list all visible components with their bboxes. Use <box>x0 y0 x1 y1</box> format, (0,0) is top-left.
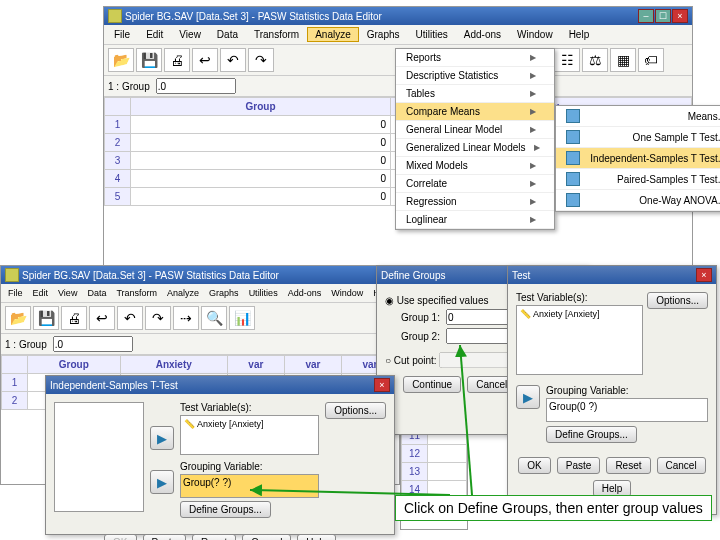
menu-item-general-linear-model[interactable]: General Linear Model▶ <box>396 121 554 139</box>
menu-item-correlate[interactable]: Correlate▶ <box>396 175 554 193</box>
close-button[interactable]: × <box>374 378 390 392</box>
cases-icon[interactable]: ☷ <box>554 48 580 72</box>
row-header[interactable]: 2 <box>105 134 131 152</box>
row-header[interactable]: 12 <box>402 445 428 463</box>
menu-analyze[interactable]: Analyze <box>162 286 204 300</box>
options-button[interactable]: Options... <box>325 402 386 419</box>
submenu-item-means-[interactable]: Means... <box>556 106 720 127</box>
menu-graphs[interactable]: Graphs <box>359 27 408 42</box>
groupvar-field[interactable]: Group(0 ?) <box>546 398 708 422</box>
define-groups-button[interactable]: Define Groups... <box>180 501 271 518</box>
redo-icon[interactable]: ↷ <box>248 48 274 72</box>
submenu-item-paired-samples-t-test-[interactable]: Paired-Samples T Test... <box>556 169 720 190</box>
row-header[interactable]: 2 <box>2 392 28 410</box>
maximize-button[interactable]: ☐ <box>655 9 671 23</box>
cell-value-input[interactable] <box>156 78 236 94</box>
save-icon[interactable]: 💾 <box>33 306 59 330</box>
value-labels-icon[interactable]: 🏷 <box>638 48 664 72</box>
menu-item-compare-means[interactable]: Compare Means▶ <box>396 103 554 121</box>
paste-button[interactable]: Paste <box>557 457 601 474</box>
reset-button[interactable]: Reset <box>192 534 236 540</box>
move-to-groupvar-button[interactable]: ▶ <box>150 470 174 494</box>
menu-graphs[interactable]: Graphs <box>204 286 244 300</box>
row-header[interactable]: 1 <box>2 374 28 392</box>
ok-button[interactable]: OK <box>518 457 550 474</box>
source-vars-list[interactable] <box>54 402 144 512</box>
menu-item-descriptive-statistics[interactable]: Descriptive Statistics▶ <box>396 67 554 85</box>
move-to-testvar-button[interactable]: ▶ <box>150 426 174 450</box>
col-anxiety[interactable]: Anxiety <box>120 356 227 374</box>
paste-button[interactable]: Paste <box>143 534 187 540</box>
row-header[interactable]: 1 <box>105 116 131 134</box>
menu-item-mixed-models[interactable]: Mixed Models▶ <box>396 157 554 175</box>
variables-icon[interactable]: ▦ <box>610 48 636 72</box>
define-groups-button[interactable]: Define Groups... <box>546 426 637 443</box>
menu-window[interactable]: Window <box>326 286 368 300</box>
undo-icon[interactable]: ↶ <box>220 48 246 72</box>
help-button[interactable]: Help <box>297 534 336 540</box>
menu-file[interactable]: File <box>3 286 28 300</box>
menu-edit[interactable]: Edit <box>138 27 171 42</box>
recall-icon[interactable]: ↩ <box>89 306 115 330</box>
menu-help[interactable]: Help <box>561 27 598 42</box>
close-button[interactable]: × <box>672 9 688 23</box>
menu-item-loglinear[interactable]: Loglinear▶ <box>396 211 554 229</box>
row-header[interactable]: 13 <box>402 463 428 481</box>
menu-item-regression[interactable]: Regression▶ <box>396 193 554 211</box>
data-cell[interactable]: 0 <box>131 170 391 188</box>
goto-icon[interactable]: ⇢ <box>173 306 199 330</box>
row-header[interactable]: 3 <box>105 152 131 170</box>
submenu-item-one-sample-t-test-[interactable]: One Sample T Test... <box>556 127 720 148</box>
options-button[interactable]: Options... <box>647 292 708 309</box>
open-icon[interactable]: 📂 <box>108 48 134 72</box>
data-cell[interactable]: 0 <box>131 188 391 206</box>
group1-input[interactable] <box>446 309 516 325</box>
menu-window[interactable]: Window <box>509 27 561 42</box>
data-cell[interactable]: 0 <box>131 134 391 152</box>
move-to-groupvar-button[interactable]: ▶ <box>516 385 540 409</box>
testvar-list[interactable]: 📏Anxiety [Anxiety] <box>516 305 643 375</box>
menu-transform[interactable]: Transform <box>111 286 162 300</box>
cell-value-input[interactable] <box>53 336 133 352</box>
menu-transform[interactable]: Transform <box>246 27 307 42</box>
col-var[interactable]: var <box>284 356 341 374</box>
menu-file[interactable]: File <box>106 27 138 42</box>
menu-utilities[interactable]: Utilities <box>244 286 283 300</box>
open-icon[interactable]: 📂 <box>5 306 31 330</box>
minimize-button[interactable]: – <box>638 9 654 23</box>
continue-button[interactable]: Continue <box>403 376 461 393</box>
menu-item-tables[interactable]: Tables▶ <box>396 85 554 103</box>
save-icon[interactable]: 💾 <box>136 48 162 72</box>
close-button[interactable]: × <box>696 268 712 282</box>
weight-icon[interactable]: ⚖ <box>582 48 608 72</box>
cancel-button[interactable]: Cancel <box>242 534 291 540</box>
row-header[interactable]: 5 <box>105 188 131 206</box>
redo-icon[interactable]: ↷ <box>145 306 171 330</box>
group2-input[interactable] <box>446 328 516 344</box>
chart-icon[interactable]: 📊 <box>229 306 255 330</box>
data-cell[interactable] <box>428 445 467 463</box>
menu-data[interactable]: Data <box>209 27 246 42</box>
col-group[interactable]: Group <box>28 356 121 374</box>
reset-button[interactable]: Reset <box>606 457 650 474</box>
cancel-button[interactable]: Cancel <box>657 457 706 474</box>
menu-analyze[interactable]: Analyze <box>307 27 359 42</box>
col-group[interactable]: Group <box>131 98 391 116</box>
menu-add-ons[interactable]: Add-ons <box>456 27 509 42</box>
ok-button[interactable]: OK <box>104 534 136 540</box>
data-cell[interactable] <box>428 463 467 481</box>
data-cell[interactable]: 0 <box>131 116 391 134</box>
menu-utilities[interactable]: Utilities <box>408 27 456 42</box>
col-var[interactable]: var <box>227 356 284 374</box>
print-icon[interactable]: 🖨 <box>61 306 87 330</box>
testvar-list[interactable]: 📏Anxiety [Anxiety] <box>180 415 319 455</box>
data-cell[interactable]: 0 <box>131 152 391 170</box>
menu-view[interactable]: View <box>171 27 209 42</box>
submenu-item-independent-samples-t-test-[interactable]: Independent-Samples T Test... <box>556 148 720 169</box>
recall-icon[interactable]: ↩ <box>192 48 218 72</box>
menu-data[interactable]: Data <box>82 286 111 300</box>
groupvar-field[interactable]: Group(? ?) <box>180 474 319 498</box>
menu-item-reports[interactable]: Reports▶ <box>396 49 554 67</box>
menu-view[interactable]: View <box>53 286 82 300</box>
menu-add-ons[interactable]: Add-ons <box>283 286 327 300</box>
